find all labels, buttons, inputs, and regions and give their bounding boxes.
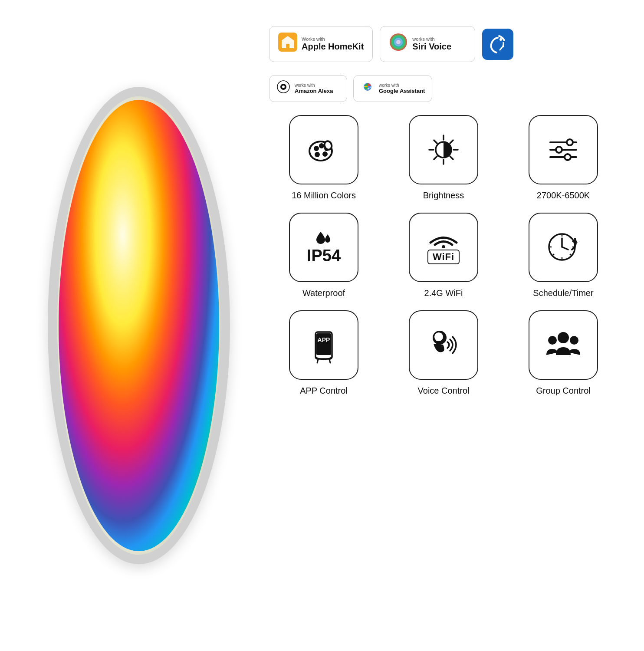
svg-line-45 xyxy=(570,254,571,255)
alexa-icon xyxy=(276,80,290,97)
main-container: Works with Apple HomeKit xyxy=(0,0,644,651)
feature-app-box: APP xyxy=(289,310,358,380)
feature-waterproof-label: Waterproof xyxy=(302,288,345,298)
svg-point-35 xyxy=(565,154,571,160)
feature-temperature-label: 2700K-6500K xyxy=(537,191,590,201)
lamp-section xyxy=(26,17,252,634)
wifi-waves-icon xyxy=(428,230,459,248)
svg-point-59 xyxy=(570,336,578,345)
feature-app: APP APP Control xyxy=(269,310,378,396)
siri-name-label: Siri Voice xyxy=(412,42,451,52)
svg-point-4 xyxy=(396,40,401,44)
siri-icon xyxy=(389,33,408,56)
homekit-name-label: Apple HomeKit xyxy=(302,42,364,52)
app-icon: APP xyxy=(304,326,343,365)
palette-icon xyxy=(304,130,343,169)
homekit-text: Works with Apple HomeKit xyxy=(302,36,364,52)
siri-works-label: works with xyxy=(412,36,451,42)
feature-waterproof-box: IP54 xyxy=(289,213,358,282)
feature-timer: Schedule/Timer xyxy=(509,213,618,298)
svg-line-25 xyxy=(434,140,437,143)
feature-timer-label: Schedule/Timer xyxy=(533,288,593,298)
feature-voice: Voice Control xyxy=(389,310,498,396)
svg-point-15 xyxy=(319,143,324,148)
features-section: Works with Apple HomeKit xyxy=(269,17,618,634)
feature-group-label: Group Control xyxy=(536,386,591,396)
homekit-works-label: Works with xyxy=(302,36,364,42)
compat-row-1: Works with Apple HomeKit xyxy=(269,26,618,62)
ip54-label: IP54 xyxy=(307,247,341,264)
svg-line-47 xyxy=(553,254,554,255)
svg-line-27 xyxy=(450,140,453,143)
svg-point-6 xyxy=(503,42,504,44)
google-text: works with Google Assistant xyxy=(379,83,425,94)
alexa-works-label: works with xyxy=(295,83,333,88)
group-icon xyxy=(544,326,583,365)
svg-line-26 xyxy=(450,156,453,159)
google-name-label: Google Assistant xyxy=(379,88,425,94)
svg-point-58 xyxy=(548,336,557,345)
svg-point-31 xyxy=(567,139,573,145)
brightness-icon xyxy=(424,130,463,169)
feature-voice-box xyxy=(409,310,478,380)
cync-badge xyxy=(482,29,513,60)
svg-point-14 xyxy=(314,146,319,151)
google-badge: works with Google Assistant xyxy=(353,75,432,102)
feature-group-box xyxy=(529,310,598,380)
feature-colors-box xyxy=(289,115,358,184)
feature-wifi: WiFi 2.4G WiFi xyxy=(389,213,498,298)
svg-line-28 xyxy=(434,156,437,159)
svg-point-36 xyxy=(442,245,445,248)
feature-temperature: 2700K-6500K xyxy=(509,115,618,201)
feature-wifi-box: WiFi xyxy=(409,213,478,282)
svg-line-53 xyxy=(329,359,330,363)
google-icon xyxy=(361,80,375,97)
google-works-label: works with xyxy=(379,83,425,88)
svg-point-5 xyxy=(499,38,502,41)
alexa-name-label: Amazon Alexa xyxy=(295,88,333,94)
compat-row-2: works with Amazon Alexa works with xyxy=(269,75,618,102)
ip54-box: IP54 xyxy=(307,231,341,264)
svg-point-18 xyxy=(315,152,320,157)
svg-line-39 xyxy=(562,247,568,250)
wifi-text-box: WiFi xyxy=(427,250,460,264)
lamp-inner xyxy=(59,100,219,551)
svg-line-52 xyxy=(317,359,318,363)
wifi-box: WiFi xyxy=(427,230,460,264)
svg-point-33 xyxy=(556,147,562,153)
water-drops-icon xyxy=(313,231,335,247)
svg-point-56 xyxy=(435,336,440,341)
feature-brightness-label: Brightness xyxy=(423,191,464,201)
feature-wifi-label: 2.4G WiFi xyxy=(424,288,463,298)
feature-temperature-box xyxy=(529,115,598,184)
siri-text: works with Siri Voice xyxy=(412,36,451,52)
feature-grid: 16 Million Colors xyxy=(269,115,618,396)
svg-point-17 xyxy=(322,151,328,157)
feature-waterproof: IP54 Waterproof xyxy=(269,213,378,298)
voice-icon xyxy=(424,326,463,365)
svg-text:APP: APP xyxy=(318,336,330,343)
svg-point-57 xyxy=(558,332,569,343)
siri-badge: works with Siri Voice xyxy=(380,26,475,62)
feature-app-label: APP Control xyxy=(300,386,348,396)
homekit-badge: Works with Apple HomeKit xyxy=(269,26,373,62)
feature-timer-box xyxy=(529,213,598,282)
homekit-icon xyxy=(278,33,297,56)
feature-colors-label: 16 Million Colors xyxy=(292,191,356,201)
feature-brightness: Brightness xyxy=(389,115,498,201)
sliders-icon xyxy=(544,130,583,169)
svg-rect-1 xyxy=(286,44,289,48)
alexa-text: works with Amazon Alexa xyxy=(295,83,333,94)
feature-colors: 16 Million Colors xyxy=(269,115,378,201)
feature-group: Group Control xyxy=(509,310,618,396)
alexa-badge: works with Amazon Alexa xyxy=(269,75,347,102)
timer-icon xyxy=(544,228,583,267)
lamp-outer xyxy=(48,87,230,564)
feature-voice-label: Voice Control xyxy=(418,386,470,396)
svg-point-10 xyxy=(282,85,285,88)
feature-brightness-box xyxy=(409,115,478,184)
